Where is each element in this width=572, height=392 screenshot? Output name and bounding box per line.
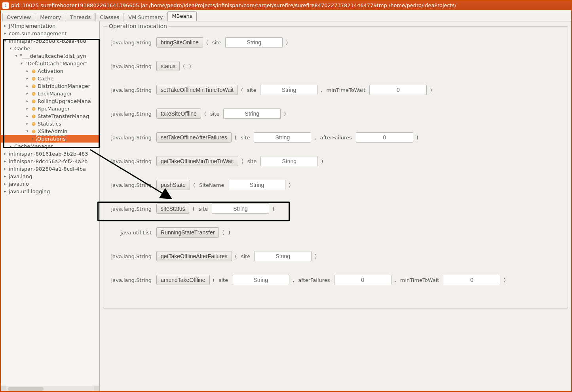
- collapse-icon[interactable]: ▾: [25, 127, 29, 135]
- tree-node[interactable]: ▸com.sun.management: [1, 30, 99, 37]
- tree-node[interactable]: ▸LockManager: [1, 90, 99, 97]
- expand-icon[interactable]: ▸: [3, 180, 7, 188]
- mbean-tree[interactable]: ▸JMImplementation▸com.sun.management▾inf…: [1, 21, 99, 386]
- mbean-icon: [31, 84, 36, 89]
- param-input[interactable]: [356, 132, 413, 143]
- tree-node[interactable]: ▸CacheManager: [1, 143, 99, 150]
- expand-icon[interactable]: ▸: [25, 82, 29, 90]
- operation-invoke-button[interactable]: setTakeOfflineAfterFailures: [156, 132, 232, 143]
- param-input[interactable]: [254, 251, 312, 261]
- tab-threads[interactable]: Threads: [66, 13, 95, 21]
- mbean-icon: [31, 129, 36, 134]
- param-name: site: [212, 40, 221, 46]
- operation-invoke-button[interactable]: getTakeOfflineAfterFailures: [156, 251, 232, 261]
- operation-invoke-button[interactable]: getTakeOfflineMinTimeToWait: [156, 156, 238, 166]
- expand-icon[interactable]: ▸: [3, 158, 7, 165]
- tab-vm-summary[interactable]: VM Summary: [124, 13, 167, 21]
- operation-return-type: java.lang.String: [107, 206, 154, 212]
- param-input[interactable]: [212, 204, 269, 214]
- tabstrip: OverviewMemoryThreadsClassesVM SummaryMB…: [1, 10, 571, 21]
- tree-node[interactable]: ▸Cache: [1, 75, 99, 82]
- param-input[interactable]: [443, 275, 500, 285]
- tree-node[interactable]: ▾infinispan-3b2688fc-b2ea-488: [1, 37, 99, 45]
- expand-icon[interactable]: ▸: [25, 97, 29, 105]
- tree-node[interactable]: ▸infinispan-80161eab-3b2b-483: [1, 150, 99, 158]
- tab-overview[interactable]: Overview: [2, 13, 35, 21]
- expand-icon[interactable]: ▸: [25, 112, 29, 120]
- tree-node[interactable]: ▸java.lang: [1, 173, 99, 180]
- tree-node[interactable]: ▸java.nio: [1, 180, 99, 188]
- operation-row: java.lang.StringpushState(SiteName): [107, 180, 564, 190]
- param-input[interactable]: [232, 275, 289, 285]
- tree-node[interactable]: ▸Operations: [1, 135, 99, 143]
- operation-invoke-button[interactable]: siteStatus: [156, 204, 189, 214]
- expand-icon[interactable]: ▸: [25, 120, 29, 127]
- param-input[interactable]: [228, 180, 285, 190]
- paren-close: ): [283, 111, 287, 117]
- tree-node[interactable]: ▾"DefaultCacheManager": [1, 60, 99, 67]
- tree-node[interactable]: ▸RpcManager: [1, 105, 99, 112]
- expand-icon[interactable]: ▸: [3, 188, 7, 195]
- operation-invoke-button[interactable]: status: [156, 61, 180, 71]
- tree-horizontal-scrollbar[interactable]: [1, 386, 99, 391]
- tab-memory[interactable]: Memory: [36, 13, 65, 21]
- tree-node[interactable]: ▾XSiteAdmin: [1, 127, 99, 135]
- expand-icon[interactable]: ▸: [25, 75, 29, 82]
- svg-point-7: [32, 93, 33, 93]
- tree-node-label: Statistics: [38, 120, 61, 127]
- tree-node[interactable]: ▸Activation: [1, 67, 99, 75]
- collapse-icon[interactable]: ▾: [20, 60, 24, 67]
- tree-node[interactable]: ▸DistributionManager: [1, 82, 99, 90]
- svg-point-0: [32, 69, 35, 72]
- expand-icon[interactable]: ▸: [25, 105, 29, 112]
- expand-icon[interactable]: ▸: [3, 30, 7, 37]
- param-input[interactable]: [260, 85, 317, 95]
- tree-node[interactable]: ▸RollingUpgradeMana: [1, 97, 99, 105]
- tree-node[interactable]: ▾Cache: [1, 45, 99, 52]
- mbean-icon: [31, 76, 36, 82]
- svg-point-2: [32, 77, 35, 80]
- tree-node[interactable]: ▸JMImplementation: [1, 22, 99, 30]
- operation-invoke-button[interactable]: setTakeOfflineMinTimeToWait: [156, 85, 238, 95]
- param-input[interactable]: [254, 132, 311, 143]
- param-input[interactable]: [369, 85, 427, 95]
- expand-icon[interactable]: ▸: [3, 150, 7, 158]
- tab-classes[interactable]: Classes: [95, 13, 124, 21]
- svg-point-11: [32, 108, 33, 108]
- tree-node[interactable]: ▸infinispan-982804a1-8cdf-4ba: [1, 165, 99, 173]
- param-input[interactable]: [225, 37, 283, 48]
- mbean-tree-panel: ▸JMImplementation▸com.sun.management▾inf…: [1, 21, 100, 391]
- expand-icon[interactable]: ▸: [9, 143, 13, 150]
- tree-node[interactable]: ▾"___defaultcache(dist_syn: [1, 52, 99, 60]
- operation-invoke-button[interactable]: takeSiteOffline: [156, 108, 201, 119]
- paren-close: ): [288, 182, 291, 188]
- operation-invoke-button[interactable]: pushState: [156, 180, 190, 190]
- tree-node[interactable]: ▸java.util.logging: [1, 188, 99, 195]
- paren-open: (: [234, 135, 238, 141]
- collapse-icon[interactable]: ▾: [3, 37, 7, 45]
- operation-invoke-button[interactable]: RunningStateTransfer: [156, 227, 219, 238]
- param-separator: ,: [292, 277, 295, 283]
- operation-invoke-button[interactable]: bringSiteOnline: [156, 37, 203, 48]
- tab-mbeans[interactable]: MBeans: [167, 11, 196, 21]
- expand-icon[interactable]: ▸: [3, 173, 7, 180]
- expand-icon[interactable]: ▸: [31, 135, 35, 143]
- expand-icon[interactable]: ▸: [25, 67, 29, 75]
- scrollbar-thumb[interactable]: [8, 387, 44, 391]
- expand-icon[interactable]: ▸: [25, 90, 29, 97]
- tree-node-label: infinispan-982804a1-8cdf-4ba: [9, 165, 86, 173]
- tree-node[interactable]: ▸StateTransferManag: [1, 112, 99, 120]
- param-input[interactable]: [334, 275, 391, 285]
- param-input[interactable]: [260, 156, 318, 166]
- expand-icon[interactable]: ▸: [3, 165, 7, 173]
- tree-node-label: JMImplementation: [9, 22, 55, 30]
- tree-node-label: RpcManager: [38, 105, 70, 112]
- collapse-icon[interactable]: ▾: [9, 45, 13, 52]
- tree-node[interactable]: ▸Statistics: [1, 120, 99, 127]
- tree-node-label: infinispan-3b2688fc-b2ea-488: [9, 37, 86, 45]
- operation-invoke-button[interactable]: amendTakeOffline: [156, 275, 210, 285]
- collapse-icon[interactable]: ▾: [14, 52, 18, 60]
- tree-node[interactable]: ▸infinispan-8dc456a2-fcf2-4a2b: [1, 158, 99, 165]
- expand-icon[interactable]: ▸: [3, 22, 7, 30]
- param-input[interactable]: [223, 108, 281, 119]
